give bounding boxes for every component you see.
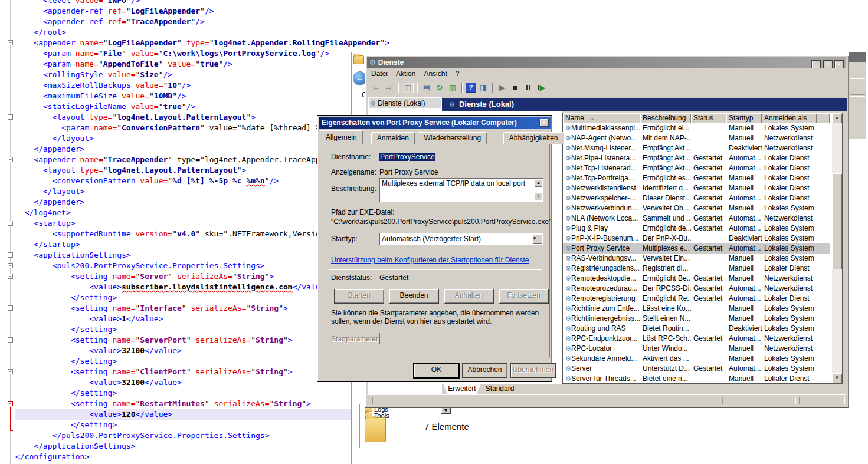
column-header-status[interactable]: Status bbox=[691, 113, 726, 123]
table-row[interactable]: ⚙Registrierungsdiens...Registriert di...… bbox=[563, 264, 830, 274]
table-row[interactable]: ⚙ServerUnterstützt D...GestartetAutomat.… bbox=[563, 364, 830, 374]
fold-collapse-icon[interactable]: − bbox=[8, 369, 13, 374]
show-tree-icon[interactable]: ◫ bbox=[402, 83, 414, 93]
tree-item-dienste-lokal[interactable]: ⚙Dienste (Lokal) bbox=[369, 98, 441, 108]
tab-allgemein[interactable]: Allgemein bbox=[320, 130, 363, 144]
ok-button[interactable]: OK bbox=[414, 363, 459, 378]
fortsetzen-button[interactable]: Fortsetzen bbox=[499, 289, 549, 304]
scroll-up-icon[interactable]: ▲ bbox=[535, 179, 542, 187]
fold-collapse-icon[interactable]: − bbox=[8, 252, 13, 258]
code-line[interactable]: <appender-ref ref="TraceAppender"/> bbox=[15, 17, 868, 27]
table-row[interactable]: ⚙Port Proxy ServiceMultiplexes e...Gesta… bbox=[563, 243, 830, 254]
dialog-title-bar[interactable]: Eigenschaften von Port Proxy Service (Lo… bbox=[319, 117, 551, 129]
chevron-down-icon[interactable]: ▼ bbox=[532, 234, 542, 244]
stop-service-icon[interactable]: ■ bbox=[509, 83, 521, 93]
services-title-bar[interactable]: ⚙Dienste _ □ × bbox=[367, 57, 846, 68]
view-tab-erweitert[interactable]: Erweitert bbox=[443, 384, 481, 394]
pause-service-icon[interactable] bbox=[522, 83, 534, 93]
menu-item-aktion[interactable]: Aktion bbox=[392, 68, 420, 79]
fold-collapse-icon[interactable]: − bbox=[8, 274, 13, 279]
startparameter-input[interactable] bbox=[379, 333, 543, 344]
fold-collapse-icon[interactable]: − bbox=[8, 263, 13, 268]
export-list-icon[interactable]: ▥ bbox=[447, 83, 458, 93]
startoptionen-help-link[interactable]: Unterstützung beim Konfigurieren der Sta… bbox=[331, 256, 529, 264]
scroll-up-icon[interactable]: ▲ bbox=[832, 113, 842, 123]
scroll-down-icon[interactable]: ▼ bbox=[832, 373, 842, 383]
table-row[interactable]: ⚙RemoteregistrierungErmöglicht Re...Gest… bbox=[563, 294, 830, 304]
table-row[interactable]: ⚙RPC-Endpunktzuor...Löst RPC-Sch...Gesta… bbox=[563, 334, 830, 344]
table-row[interactable]: ⚙Net.Msmq-Listener...Empfängt Akt...Deak… bbox=[563, 143, 830, 153]
table-row[interactable]: ⚙NetzwerklistendienstIdentifiziert d...G… bbox=[563, 183, 830, 193]
table-row[interactable]: ⚙Remoteprozedurau...Der RPCSS-Di...Gesta… bbox=[563, 284, 830, 294]
fold-collapse-icon[interactable]: − bbox=[8, 114, 13, 120]
code-line[interactable]: <value>120</value> bbox=[15, 409, 351, 420]
table-row[interactable]: ⚙Multimediaklassenpl...Ermöglicht ei...M… bbox=[563, 123, 830, 133]
view-tab-strip[interactable]: ErweitertStandard bbox=[367, 384, 846, 394]
tab-anmelden[interactable]: Anmelden bbox=[371, 132, 415, 144]
close-icon[interactable]: × bbox=[539, 119, 549, 127]
fold-collapse-icon[interactable]: − bbox=[8, 337, 13, 343]
beenden-button[interactable]: Beenden bbox=[389, 289, 439, 304]
refresh-icon[interactable]: ↻ bbox=[434, 83, 446, 93]
table-row[interactable]: ⚙Plug & PlayErmöglicht de...GestartetAut… bbox=[563, 223, 830, 233]
code-line[interactable]: <appender-ref ref="LogFileAppender"/> bbox=[15, 6, 868, 17]
table-row[interactable]: ⚙Routing und RASBietet Routin...Deaktivi… bbox=[563, 324, 830, 334]
view-tab-standard[interactable]: Standard bbox=[481, 384, 519, 394]
maximize-button[interactable]: □ bbox=[823, 60, 833, 68]
table-row[interactable]: ⚙Net.Pipe-Listenera...Empfängt Akt...Ges… bbox=[563, 153, 830, 163]
table-row[interactable]: ⚙Net.Tcp-Portfreiga...Ermöglicht es...Ge… bbox=[563, 173, 830, 183]
column-header-anmelden-als[interactable]: Anmelden als bbox=[762, 113, 817, 123]
starten-button[interactable]: Starten bbox=[334, 289, 384, 304]
tab-wiederherstellung[interactable]: Wiederherstellung bbox=[418, 132, 487, 144]
table-row[interactable]: ⚙RAS-Verbindungsv...Verwaltet Ein...Manu… bbox=[563, 254, 830, 264]
menu-bar[interactable]: DateiAktionAnsicht? bbox=[367, 68, 846, 80]
column-header-beschreibung[interactable]: Beschreibung bbox=[640, 113, 691, 123]
table-row[interactable]: ⚙Netzwerkverbindun...Verwaltet Ob...Gest… bbox=[563, 203, 830, 213]
column-header-filler[interactable] bbox=[817, 113, 830, 123]
fold-collapse-icon[interactable]: − bbox=[8, 305, 13, 311]
fold-collapse-icon[interactable]: − bbox=[8, 157, 13, 162]
table-row[interactable]: ⚙Sekundäre Anmeld...Aktiviert das ...Man… bbox=[563, 354, 830, 364]
restart-service-icon[interactable]: ▶ bbox=[535, 83, 547, 93]
starttyp-select[interactable]: Automatisch (Verzögerter Start) ▼ bbox=[379, 233, 543, 245]
table-body[interactable]: ⚙Multimediaklassenpl...Ermöglicht ei...M… bbox=[563, 123, 830, 384]
minimize-button[interactable]: _ bbox=[811, 60, 821, 68]
code-line[interactable]: </root> bbox=[15, 27, 868, 38]
table-header[interactable]: Name▲BeschreibungStatusStarttypAnmelden … bbox=[563, 113, 830, 123]
table-row[interactable]: ⚙RPC-LocatorUnter Windo...ManuellNetzwer… bbox=[563, 344, 830, 354]
vertical-scrollbar[interactable]: ▲ ▼ bbox=[832, 113, 842, 383]
menu-item-help[interactable]: ? bbox=[451, 68, 464, 79]
table-row[interactable]: ⚙Remotedesktopdie...Ermöglicht Be...Gest… bbox=[563, 274, 830, 284]
start-service-icon[interactable]: ▶ bbox=[496, 83, 508, 93]
uebernehmen-button[interactable]: Übernehmen bbox=[510, 363, 556, 378]
beschreibung-field[interactable]: Multiplexes external TCP/IP data on loca… bbox=[379, 178, 543, 202]
column-header-starttyp[interactable]: Starttyp bbox=[726, 113, 762, 123]
scrollbar-thumb[interactable] bbox=[832, 173, 842, 269]
table-row[interactable]: ⚙PnP-X-IP-Busenum...Der PnP-X-Bu...Deakt… bbox=[563, 233, 830, 243]
fold-collapse-icon[interactable]: − bbox=[8, 40, 13, 45]
tab-abhangigkeiten[interactable]: Abhängigkeiten bbox=[503, 132, 564, 144]
fold-collapse-icon[interactable]: − bbox=[8, 401, 13, 406]
table-row[interactable]: ⚙Server für Threads...Bietet eine n...Ma… bbox=[563, 374, 830, 384]
close-button[interactable]: × bbox=[834, 60, 844, 68]
table-row[interactable]: ⚙Net.Tcp-Listenerad...Empfängt Akt...Ges… bbox=[563, 163, 830, 173]
dienstname-value[interactable]: PortProxyService bbox=[379, 153, 435, 161]
table-row[interactable]: ⚙Richtlinienergebniss...Stellt einen N..… bbox=[563, 314, 830, 324]
show-extended-icon[interactable]: ◨ bbox=[477, 83, 489, 93]
column-header-name[interactable]: Name▲ bbox=[563, 113, 640, 123]
table-row[interactable]: ⚙Netzwerkspeicher-...Dieser Dienst...Ges… bbox=[563, 193, 830, 203]
menu-item-ansicht[interactable]: Ansicht bbox=[420, 68, 451, 79]
code-line[interactable]: <appender name="LogFileAppender" type="l… bbox=[15, 38, 868, 48]
forward-icon[interactable]: ⇨ bbox=[383, 83, 395, 93]
toolbar[interactable]: ⇦⇨◫▤↻▥?◨▶■▶ bbox=[367, 80, 846, 95]
table-row[interactable]: ⚙NLA (Network Loca...Sammelt und ...Gest… bbox=[563, 213, 830, 223]
back-icon[interactable]: ⇦ bbox=[370, 83, 382, 93]
code-line[interactable]: <level value="INFO"/> bbox=[15, 0, 868, 6]
table-row[interactable]: ⚙NAP-Agent (Netwo...Mit dem NAP-...Manue… bbox=[563, 133, 830, 143]
abbrechen-button[interactable]: Abbrechen bbox=[462, 363, 507, 378]
services-list[interactable]: Name▲BeschreibungStatusStarttypAnmelden … bbox=[562, 113, 843, 384]
table-row[interactable]: ⚙Richtlinie zum Entfe...Lässt eine Ko...… bbox=[563, 304, 830, 314]
fold-collapse-icon[interactable]: − bbox=[8, 221, 13, 226]
menu-item-datei[interactable]: Datei bbox=[367, 68, 392, 79]
anhalten-button[interactable]: Anhalten bbox=[444, 289, 494, 304]
